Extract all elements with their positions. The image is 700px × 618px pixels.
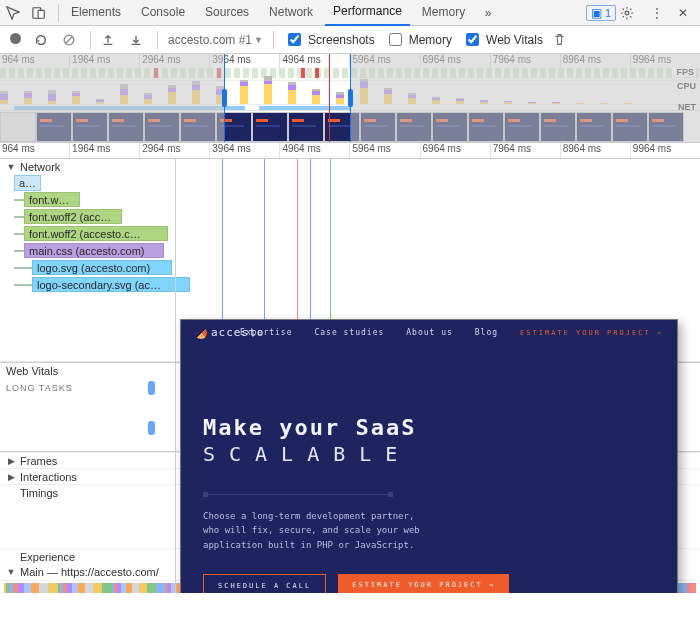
network-request[interactable]: main.css (accesto.com) <box>14 242 700 259</box>
divider <box>90 31 91 49</box>
logo-icon <box>195 327 207 339</box>
memory-input[interactable] <box>389 33 402 46</box>
trace-name: accesto.com #1 <box>168 33 252 47</box>
more-tabs-icon[interactable]: » <box>477 6 499 20</box>
timeline-overview[interactable]: 964 ms 1964 ms 2964 ms 3964 ms 4964 ms 5… <box>0 54 700 143</box>
settings-icon[interactable] <box>620 6 642 20</box>
preview-estimate-link: ESTIMATE YOUR PROJECT → <box>520 329 663 337</box>
svg-rect-1 <box>38 10 44 18</box>
network-request[interactable]: font.wof… <box>14 191 700 208</box>
svg-line-4 <box>66 36 73 43</box>
page-preview: accesto Expertise Case studies About us … <box>180 319 678 593</box>
chevron-down-icon: ▼ <box>6 162 16 172</box>
filmstrip[interactable]: 18 <box>0 110 700 142</box>
overview-cpu: CPU [ [0,4,6,3],[3,6,5,2],[6,3,7,4],[9,8… <box>0 80 700 104</box>
chevron-right-icon: ▶ <box>6 472 16 482</box>
issue-icon: ▣ <box>591 6 602 20</box>
issues-badge[interactable]: ▣ 1 <box>586 5 616 21</box>
inspect-element-icon[interactable] <box>6 6 28 20</box>
hero-title: Make your SaaS <box>203 415 655 440</box>
separator-line <box>175 159 176 593</box>
kebab-menu-icon[interactable]: ⋮ <box>646 6 668 20</box>
tab-performance[interactable]: Performance <box>325 0 410 26</box>
load-profile-icon[interactable] <box>101 33 119 47</box>
preview-logo: accesto <box>195 326 264 339</box>
svg-point-2 <box>625 11 629 15</box>
tab-memory[interactable]: Memory <box>414 0 473 25</box>
preview-schedule-button: SCHEDULE A CALL <box>203 574 326 593</box>
tab-network[interactable]: Network <box>261 0 321 25</box>
flame-panel[interactable]: ▼ Network a… font.wof…font.woff2 (acc…fo… <box>0 159 700 593</box>
detail-ruler[interactable]: 964 ms 1964 ms 2964 ms 3964 ms 4964 ms 5… <box>0 143 700 159</box>
reload-record-button[interactable] <box>34 33 52 47</box>
save-profile-icon[interactable] <box>129 33 147 47</box>
hero-subtitle: SCALABLE <box>203 442 655 466</box>
preview-estimate-button: ESTIMATE YOUR PROJECT → <box>338 574 509 593</box>
devtools-tab-bar: Elements Console Sources Network Perform… <box>0 0 700 26</box>
long-tasks-label: LONG TASKS <box>6 383 73 393</box>
issue-count: 1 <box>605 7 611 19</box>
screenshots-input[interactable] <box>288 33 301 46</box>
chevron-right-icon: ▶ <box>6 456 16 466</box>
chevron-down-icon: ▼ <box>254 35 263 45</box>
network-request[interactable]: logo-secondary.svg (ac… <box>14 276 700 293</box>
tab-elements[interactable]: Elements <box>63 0 129 25</box>
overview-ruler: 964 ms 1964 ms 2964 ms 3964 ms 4964 ms 5… <box>0 54 700 68</box>
network-header[interactable]: ▼ Network <box>0 159 700 175</box>
hero-divider <box>203 494 393 495</box>
trace-selector[interactable]: accesto.com #1 ▼ <box>168 33 263 47</box>
network-request[interactable]: font.woff2 (accesto.c… <box>14 225 700 242</box>
close-devtools-icon[interactable]: ✕ <box>672 6 694 20</box>
network-request[interactable]: font.woff2 (acc… <box>14 208 700 225</box>
network-parent[interactable]: a… <box>14 175 41 191</box>
divider <box>58 4 59 22</box>
chevron-down-icon: ▼ <box>6 567 16 577</box>
device-toolbar-icon[interactable] <box>32 6 54 20</box>
clear-button[interactable] <box>62 33 80 47</box>
divider <box>273 31 274 49</box>
divider <box>157 31 158 49</box>
delete-trace-icon[interactable] <box>553 33 571 46</box>
webvitals-checkbox[interactable]: Web Vitals <box>462 30 543 49</box>
screenshots-checkbox[interactable]: Screenshots <box>284 30 375 49</box>
memory-checkbox[interactable]: Memory <box>385 30 452 49</box>
tab-sources[interactable]: Sources <box>197 0 257 25</box>
tab-console[interactable]: Console <box>133 0 193 25</box>
network-request[interactable]: logo.svg (accesto.com) <box>14 259 700 276</box>
webvitals-input[interactable] <box>466 33 479 46</box>
overview-fps: FPS <box>0 68 700 80</box>
record-button[interactable] <box>6 33 24 47</box>
performance-toolbar: accesto.com #1 ▼ Screenshots Memory Web … <box>0 26 700 54</box>
